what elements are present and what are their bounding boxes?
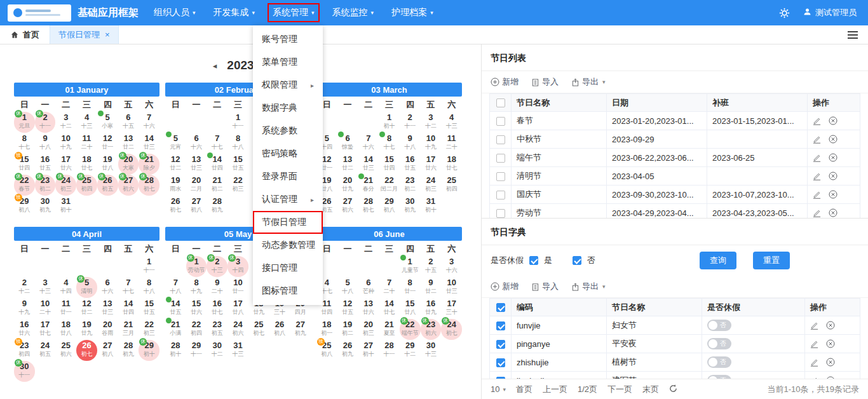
calendar-day-cell[interactable]: 21夏至 (379, 319, 400, 340)
delete-icon[interactable] (826, 339, 835, 348)
calendar-day-cell[interactable]: 24初三 (421, 175, 442, 196)
row-checkbox[interactable] (496, 209, 505, 218)
row-checkbox[interactable] (496, 321, 505, 330)
edit-icon[interactable] (810, 358, 818, 367)
calendar-day-cell[interactable]: 休2十一 (35, 112, 56, 133)
calendar-day-cell[interactable]: 休29初十 (139, 340, 159, 361)
nav-menu-4[interactable]: 系统监控▾ (329, 0, 378, 25)
calendar-day-cell[interactable]: 13廿六 (358, 298, 379, 319)
edit-icon[interactable] (813, 191, 821, 199)
row-checkbox[interactable] (496, 135, 505, 144)
edit-icon[interactable] (810, 340, 818, 348)
tab-list-menu-icon[interactable] (848, 30, 868, 39)
calendar-day-cell[interactable]: 19雨水 (165, 175, 186, 196)
calendar-day-cell[interactable]: 19初二 (337, 319, 358, 340)
calendar-day-cell[interactable]: 8十七 (379, 133, 400, 154)
filter-yes-checkbox[interactable] (529, 256, 538, 265)
calendar-day-cell[interactable]: 16廿六 (14, 319, 35, 340)
calendar-day-cell[interactable]: 13廿二 (118, 133, 139, 154)
calendar-day-cell[interactable]: 18初一 (316, 319, 337, 340)
calendar-day-cell[interactable]: 12廿二 (76, 298, 97, 319)
delete-icon[interactable] (829, 135, 837, 144)
edit-icon[interactable] (810, 321, 818, 330)
calendar-day-cell[interactable]: 28初十 (165, 340, 186, 361)
add-button[interactable]: 新增 (491, 76, 519, 88)
rest-toggle[interactable]: 否 (707, 338, 731, 349)
menu-item-3[interactable]: 权限管理▸ (253, 74, 323, 97)
calendar-day-cell[interactable]: 31初十 (421, 196, 442, 217)
calendar-day-cell[interactable]: 23初二 (400, 175, 421, 196)
calendar-day-cell[interactable]: 3十六 (441, 256, 462, 277)
menu-item-1[interactable]: 账号管理 (253, 28, 323, 51)
calendar-day-cell[interactable]: 休27初六 (118, 175, 139, 196)
tab-holiday-management[interactable]: 节假日管理 × (50, 25, 119, 44)
calendar-day-cell[interactable]: 28初七 (358, 196, 379, 217)
calendar-day-cell[interactable]: 休28初七 (139, 175, 159, 196)
calendar-day-cell[interactable]: 25初四 (441, 175, 462, 196)
calendar-day-cell[interactable]: 27初十 (358, 340, 379, 361)
delete-icon[interactable] (829, 190, 837, 199)
calendar-day-cell[interactable]: 25初六 (55, 340, 76, 361)
calendar-day-cell[interactable]: 8十八 (139, 277, 159, 298)
nav-menu-3[interactable]: 系统管理▾ (269, 0, 318, 25)
calendar-day-cell[interactable]: 13廿三 (186, 154, 207, 175)
calendar-day-cell[interactable]: 15廿四 (379, 154, 400, 175)
calendar-day-cell[interactable]: 5元宵 (165, 133, 186, 154)
edit-icon[interactable] (813, 209, 821, 217)
calendar-day-cell[interactable]: 4十三 (441, 112, 462, 133)
calendar-day-cell[interactable]: 10廿三 (441, 277, 462, 298)
calendar-day-cell[interactable]: 16廿五 (400, 154, 421, 175)
calendar-day-cell[interactable]: 26初七 (165, 196, 186, 217)
calendar-day-cell[interactable]: 10廿一 (227, 277, 248, 298)
calendar-day-cell[interactable]: 休30十一 (14, 361, 35, 382)
calendar-day-cell[interactable]: 25初七 (248, 319, 269, 340)
calendar-day-cell[interactable]: 21小满 (165, 319, 186, 340)
calendar-day-cell[interactable]: 休24初七 (441, 319, 462, 340)
calendar-day-cell[interactable]: 30初九 (400, 196, 421, 217)
calendar-day-cell[interactable]: 29十二 (400, 340, 421, 361)
calendar-day-cell[interactable]: 休1劳动节 (186, 256, 207, 277)
calendar-day-cell[interactable]: 班29初八 (14, 196, 35, 217)
calendar-day-cell[interactable]: 8廿一 (400, 277, 421, 298)
calendar-day-cell[interactable]: 5小寒 (97, 112, 118, 133)
select-all-checkbox[interactable] (496, 303, 505, 312)
calendar-day-cell[interactable]: 21初二 (207, 175, 227, 196)
calendar-day-cell[interactable]: 8十八 (227, 133, 248, 154)
row-checkbox[interactable] (496, 172, 505, 181)
calendar-day-cell[interactable]: 15廿五 (227, 154, 248, 175)
calendar-day-cell[interactable]: 27初八 (186, 196, 207, 217)
nav-menu-2[interactable]: 开发集成▾ (210, 0, 259, 25)
calendar-day-cell[interactable]: 21三月 (118, 319, 139, 340)
calendar-day-cell[interactable]: 26初八 (269, 319, 290, 340)
calendar-day-cell[interactable]: 10十九 (55, 133, 76, 154)
calendar-day-cell[interactable]: 16廿七 (207, 298, 227, 319)
edit-icon[interactable] (813, 172, 821, 180)
row-checkbox[interactable] (496, 154, 505, 163)
page-last[interactable]: 末页 (642, 384, 659, 395)
page-prev[interactable]: 上一页 (543, 384, 567, 395)
menu-item-5[interactable]: 系统参数 (253, 119, 323, 142)
calendar-day-cell[interactable]: 休1元旦 (14, 112, 35, 133)
calendar-day-cell[interactable]: 班25初八 (316, 340, 337, 361)
row-checkbox[interactable] (496, 191, 505, 200)
row-checkbox[interactable] (496, 377, 505, 379)
calendar-day-cell[interactable]: 11二十 (441, 133, 462, 154)
delete-icon[interactable] (826, 358, 835, 367)
menu-item-10[interactable]: 动态参数管理 (253, 234, 323, 257)
calendar-day-cell[interactable]: 13廿三 (97, 298, 118, 319)
calendar-day-cell[interactable]: 20谷雨 (97, 319, 118, 340)
calendar-day-cell[interactable]: 17廿六 (421, 154, 442, 175)
calendar-day-cell[interactable]: 2十二 (14, 277, 35, 298)
calendar-day-cell[interactable]: 13廿二 (337, 154, 358, 175)
calendar-day-cell[interactable]: 休20大寒 (118, 154, 139, 175)
menu-item-6[interactable]: 密码策略 (253, 142, 323, 165)
calendar-day-cell[interactable]: 27初六 (337, 196, 358, 217)
page-size-select[interactable]: 10 ▾ (491, 384, 506, 394)
calendar-day-cell[interactable]: 14廿四 (118, 298, 139, 319)
calendar-day-cell[interactable]: 休3十四 (227, 256, 248, 277)
edit-icon[interactable] (813, 135, 821, 144)
row-checkbox[interactable] (496, 117, 505, 126)
calendar-day-cell[interactable]: 休21除夕 (139, 154, 159, 175)
calendar-day-cell[interactable]: 18廿七 (76, 154, 97, 175)
calendar-day-cell[interactable]: 22初四 (186, 319, 207, 340)
